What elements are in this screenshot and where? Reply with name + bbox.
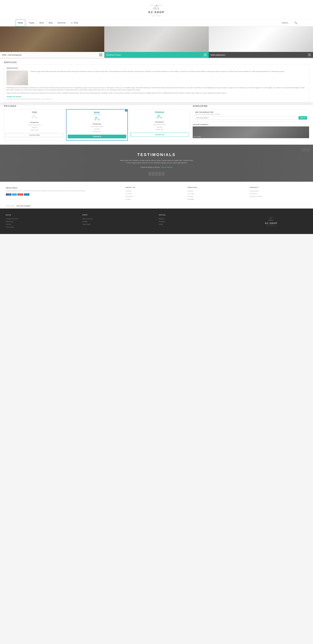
privacy-policy-link[interactable]: Privacy Policy [6, 205, 14, 206]
pricing-btn-premium[interactable]: CHOOSE 19$ [130, 133, 189, 137]
dark-footer-logo-title: K2 SHOP [265, 222, 277, 224]
nav-item-blog[interactable]: Blog [47, 20, 55, 26]
logo-sub: EST. 2007 [152, 15, 161, 16]
dark-footer-blog: BLOG No way! UI element Best Design Your… [6, 214, 78, 228]
pricing-section: PRICINGS FREE Personal Use [4, 105, 190, 141]
footer-link-contacts[interactable]: Contacts [125, 198, 183, 201]
svg-rect-12 [95, 119, 96, 120]
subscribe-label: JOIN THE NEWSLETTER [195, 111, 307, 113]
svg-rect-7 [32, 117, 33, 118]
social-badge-fb[interactable]: f136 [6, 194, 11, 196]
subscribe-input[interactable] [195, 116, 298, 120]
hero-label-1: HTML + CSS Development [2, 54, 21, 56]
nav-separator4 [55, 21, 55, 25]
nav-item-elements[interactable]: Elements [56, 20, 68, 26]
footer-about-text: Looking cautiously round, to ascertain t… [6, 190, 121, 192]
footer-contact-address1: 920 Reserve [250, 192, 307, 195]
logo-title: K2 SHOP [149, 10, 164, 14]
testimonials-prev-btn[interactable]: ◁ [302, 148, 306, 151]
dark-footer-social-title: SOCIAL [159, 214, 231, 216]
site-logo: MULTI PURPOSE K2 SHOP EST. 2007 [0, 3, 313, 16]
dark-footer: BLOG No way! UI element Best Design Your… [0, 208, 313, 234]
dark-footer-blog-title: BLOG [6, 214, 78, 216]
terms-link[interactable]: Terms and Conditions [16, 205, 31, 206]
nav-item-pages[interactable]: Pages [27, 20, 36, 26]
subscribe-box: JOIN THE NEWSLETTER Sign up for our pers… [193, 109, 309, 122]
footer-link-company[interactable]: Company [125, 190, 183, 192]
advertisement-box: 350 x 130px [193, 126, 309, 138]
dark-social-dribble[interactable]: Dribble [159, 223, 231, 226]
nav-item-shop[interactable]: 🛒Shop [69, 20, 80, 26]
pricing-feat-basic-4: Monthly Gifts [68, 130, 126, 133]
pricing-sub-basic: Current Plan [68, 114, 126, 116]
footer-link-team[interactable]: Our Team [125, 192, 183, 195]
footer-contact-phone: (415) 496-9612 [250, 190, 307, 192]
dark-blog-item4[interactable]: Free mockup [6, 226, 78, 228]
svg-marker-2 [153, 7, 156, 9]
dark-blog-item3[interactable]: Your title [6, 223, 78, 226]
services-section: SERVICES AENEAN MASS Phasellus magna. Mo… [0, 58, 313, 102]
pricing-btn-basic[interactable]: CHOOSE 9$ [68, 135, 126, 138]
social-badge-li[interactable]: in13 [24, 194, 29, 196]
nav-separator [26, 21, 27, 25]
dark-footer-social: SOCIAL Behance Facebook Dribble [159, 214, 231, 228]
dark-social-behance[interactable]: Behance [159, 218, 231, 220]
pricing-card-premium: PREMIUM Personal Use Commercial License … [129, 109, 190, 141]
nav-item-work[interactable]: Work [37, 20, 46, 26]
hero-item-2: WordPress Themes ≡ [104, 26, 208, 58]
pricing-title: PRICINGS [4, 105, 190, 107]
pricing-name-free: FREE [5, 111, 64, 114]
footer-link-testimonials[interactable]: Testimonials [125, 195, 183, 198]
services-body3: Aliquam lobortis. Nam adipiscing. Donec … [6, 92, 307, 94]
logo-icon: MULTI PURPOSE [151, 3, 162, 10]
services-title: SERVICES [0, 58, 313, 65]
dark-footer-logo-line [269, 225, 273, 225]
pricing-subscribe-row: PRICINGS FREE Personal Use [0, 105, 313, 145]
hero-label-3: Mobile Applications [211, 54, 225, 56]
dark-shop-item1[interactable]: Please visit shop [82, 218, 154, 220]
svg-rect-6 [33, 115, 34, 116]
pricing-feat-basic-1: Personal Use [68, 123, 126, 125]
svg-rect-11 [95, 117, 97, 118]
footer-col-aboutus-title: ABOUT US [125, 186, 183, 188]
services-link1[interactable]: PHASELLUS MAGNA [6, 96, 307, 98]
nav-separator5 [68, 21, 68, 25]
footer-link-uxdesign[interactable]: UX Design [188, 192, 245, 195]
subscribe-button[interactable]: SIGN UP [299, 116, 307, 120]
hero-icon-3[interactable]: ≡ [308, 53, 311, 56]
svg-rect-18 [160, 117, 162, 118]
services-body2: Pellentesque posuere. Pellentesque commo… [6, 87, 307, 91]
footer-link-uidesign[interactable]: UI Design [188, 198, 245, 201]
social-badge-gp[interactable]: g+16 [17, 194, 23, 196]
services-link2[interactable]: PHASELLUS ULLAMCORPER IPSUM RUTRUM NUNC.… [6, 98, 307, 100]
footer-link-branding[interactable]: Branding [188, 190, 245, 192]
dark-footer-logo-sub: EST. 2007 [267, 226, 276, 226]
pricing-feat-free-3: Unlimited [5, 126, 64, 129]
dark-blog-item1[interactable]: No way! UI element [6, 218, 78, 220]
pricing-feat-free-1: Personal Use [5, 121, 64, 124]
dark-shop-item3[interactable]: United States [82, 223, 154, 226]
nav-item-home[interactable]: Home [16, 20, 25, 26]
pricing-feat-basic-2: Commercial License [68, 125, 126, 128]
hero-label-2: WordPress Themes [106, 54, 121, 56]
search-icon[interactable]: 🔍 [295, 22, 297, 24]
footer-col-aboutus: ABOUT US Company Our Team Testimonials C… [125, 186, 183, 201]
dark-social-facebook[interactable]: Facebook [159, 220, 231, 223]
dark-footer-logo-area: MULTI PURPOSE K2 SHOP EST. 2007 [235, 214, 307, 228]
footer-link-prototype[interactable]: Prototype [188, 195, 245, 198]
hero-icon-2[interactable]: ≡ [204, 53, 207, 56]
social-badge-tw[interactable]: t68 [12, 194, 17, 196]
testimonial-bg-right [188, 145, 313, 182]
svg-rect-16 [158, 115, 159, 116]
dark-blog-item2[interactable]: Best Design [6, 220, 78, 223]
pricing-feat-prem-2: Commercial License [130, 123, 189, 126]
pricing-name-premium: PREMIUM [130, 111, 189, 114]
search-input[interactable] [282, 22, 294, 24]
footer-top: About Store Looking cautiously round, to… [0, 182, 313, 204]
footer-col-services: SERVICES Branding UX Design Prototype UI… [188, 186, 245, 201]
dark-shop-item2[interactable]: 25 $450 [82, 220, 154, 223]
hero-icon-1[interactable]: ≡ [99, 53, 102, 56]
pricing-feat-free-2: Commercial License [5, 124, 64, 126]
testimonials-next-btn[interactable]: ▷ [306, 148, 310, 151]
pricing-btn-free[interactable]: CHOOSE FREE [5, 133, 64, 137]
